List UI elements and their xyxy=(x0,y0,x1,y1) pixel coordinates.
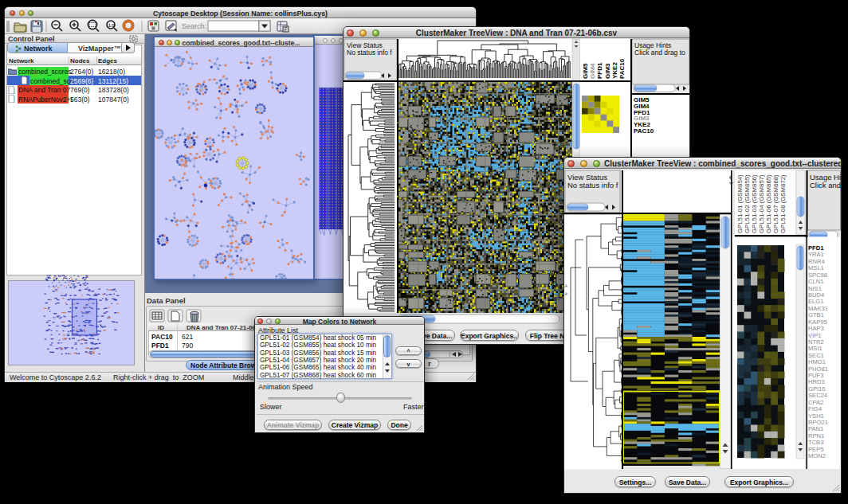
svg-text:No status info f: No status info f xyxy=(347,49,392,57)
svg-text:YKE2: YKE2 xyxy=(611,62,618,79)
svg-text:GPL51-07 (GSM868): GPL51-07 (GSM868) xyxy=(772,174,779,233)
svg-text:Search:: Search: xyxy=(182,22,206,30)
svg-text:PAC10: PAC10 xyxy=(634,127,654,135)
svg-text:Click and drag to: Click and drag to xyxy=(634,49,685,57)
svg-text:No status info f: No status info f xyxy=(567,181,618,189)
svg-text:GIM5: GIM5 xyxy=(582,63,589,79)
svg-text:PAC10: PAC10 xyxy=(618,58,626,79)
svg-text:GIM4: GIM4 xyxy=(589,63,596,79)
svg-text:GPL51-08 (GSM872): GPL51-08 (GSM872) xyxy=(779,174,787,233)
svg-text:1:1: 1:1 xyxy=(108,23,114,28)
svg-text:GPL51-01 (GSM854): GPL51-01 (GSM854) xyxy=(736,174,744,233)
svg-text:PFD1: PFD1 xyxy=(596,62,603,79)
svg-text:GPL51-02 (GSM855): GPL51-02 (GSM855) xyxy=(744,174,751,233)
svg-text:Click and: Click and xyxy=(810,181,841,189)
svg-text:GPL51-06 (GSM865): GPL51-06 (GSM865) xyxy=(765,174,772,233)
svg-text:MON2: MON2 xyxy=(808,452,826,459)
svg-text:GPL51-03 (GSM856): GPL51-03 (GSM856) xyxy=(751,174,758,233)
svg-text:GPL51-04 (GSM857): GPL51-04 (GSM857) xyxy=(758,174,765,233)
svg-text:GIM3: GIM3 xyxy=(604,63,611,79)
